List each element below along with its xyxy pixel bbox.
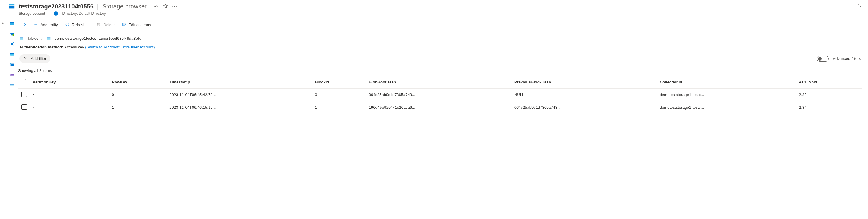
- refresh-button[interactable]: Refresh: [62, 21, 89, 29]
- storage-account-icon: [8, 3, 15, 10]
- breadcrumb-root[interactable]: Tables: [27, 36, 39, 41]
- auth-method-row: Authentication method: Access key (Switc…: [18, 44, 862, 53]
- cell-rowkey: 0: [110, 88, 167, 101]
- col-blockid[interactable]: BlockId: [312, 76, 366, 88]
- sidebar-item-overview[interactable]: [10, 21, 14, 26]
- chevron-right-icon: 〉: [41, 36, 44, 41]
- row-checkbox[interactable]: [22, 104, 27, 110]
- auth-method-value: Access key: [64, 45, 84, 49]
- row-checkbox[interactable]: [22, 92, 27, 97]
- svg-rect-17: [20, 38, 23, 39]
- svg-rect-3: [10, 24, 14, 25]
- title-separator: |: [97, 3, 99, 10]
- cell-collectionid: demoteststorage1-testc...: [657, 101, 797, 114]
- edit-columns-label: Edit columns: [129, 23, 151, 27]
- sidebar-item-tables[interactable]: [10, 82, 14, 87]
- pin-icon[interactable]: [154, 4, 159, 9]
- cell-previousblockhash: NULL: [512, 88, 657, 101]
- filter-icon: [24, 56, 28, 61]
- resource-type-label: Storage account: [19, 11, 45, 16]
- table-icon: [19, 36, 24, 41]
- cell-collectionid: demoteststorage1-testc...: [657, 88, 797, 101]
- cell-partitionkey: 4: [30, 88, 110, 101]
- more-actions-icon[interactable]: ···: [172, 4, 178, 9]
- table-row[interactable]: 4 0 2023-11-04T06:45:42.78... 0 064c25ab…: [18, 88, 862, 101]
- favorite-star-icon[interactable]: [163, 4, 168, 9]
- sidebar-item-fileshares[interactable]: [10, 62, 14, 67]
- svg-rect-14: [10, 85, 14, 86]
- svg-rect-13: [10, 85, 14, 85]
- svg-rect-15: [123, 23, 125, 26]
- add-entity-label: Add entity: [40, 23, 58, 27]
- resource-name: teststorage20231104t0556: [19, 3, 94, 10]
- cell-blockid: 1: [312, 101, 366, 114]
- cell-previousblockhash: 064c25ab9c1d7365a743...: [512, 101, 657, 114]
- page-title: Storage browser: [102, 3, 147, 10]
- directory-label: Directory: Default Directory: [62, 11, 105, 16]
- svg-rect-11: [10, 74, 11, 75]
- sidebar-nav: [6, 18, 18, 114]
- add-filter-label: Add filter: [31, 56, 46, 61]
- sidebar-item-favorites[interactable]: [10, 31, 14, 36]
- svg-rect-19: [47, 37, 51, 38]
- advanced-filters-toggle[interactable]: [817, 56, 829, 62]
- cell-acltxnid: 2.32: [797, 88, 862, 101]
- edit-columns-button[interactable]: Edit columns: [119, 21, 154, 29]
- cell-acltxnid: 2.34: [797, 101, 862, 114]
- cell-blobroothash: 064c25ab9c1d7365a743...: [366, 88, 512, 101]
- breadcrumb-current: demoteststorage1testcontainer1e5d680f49d…: [55, 36, 141, 41]
- add-entity-button[interactable]: Add entity: [31, 21, 61, 29]
- svg-rect-21: [47, 39, 51, 39]
- entities-table: PartitionKey RowKey Timestamp BlockId Bl…: [18, 76, 862, 114]
- svg-rect-20: [47, 38, 51, 39]
- col-acltxnid[interactable]: ACLTxnId: [797, 76, 862, 88]
- trash-icon: [97, 22, 101, 27]
- add-filter-button[interactable]: Add filter: [19, 54, 51, 63]
- columns-icon: [122, 22, 126, 27]
- plus-icon: [34, 22, 38, 27]
- table-row[interactable]: 4 1 2023-11-04T06:46:15.19... 1 196e45e9…: [18, 101, 862, 114]
- svg-rect-9: [10, 63, 11, 64]
- divider: [49, 11, 50, 16]
- sidebar-item-queues[interactable]: [10, 72, 14, 77]
- svg-point-4: [12, 34, 14, 36]
- svg-rect-7: [10, 53, 14, 54]
- breadcrumb: Tables 〉 demoteststorage1testcontainer1e…: [18, 32, 862, 44]
- svg-rect-1: [9, 6, 14, 8]
- col-partitionkey[interactable]: PartitionKey: [30, 76, 110, 88]
- advanced-filters-label: Advanced filters: [833, 56, 861, 61]
- refresh-icon: [65, 22, 69, 27]
- sidebar-item-containers[interactable]: [10, 52, 14, 57]
- command-bar: Add entity Refresh Delete Edit columns: [18, 18, 862, 32]
- cell-blobroothash: 196e45e925441c26aca6...: [366, 101, 512, 114]
- svg-rect-16: [20, 37, 23, 38]
- page-header: teststorage20231104t0556 | Storage brows…: [0, 0, 868, 18]
- col-previousblockhash[interactable]: PreviousBlockHash: [512, 76, 657, 88]
- svg-point-5: [11, 43, 13, 45]
- cell-timestamp: 2023-11-04T06:45:42.78...: [167, 88, 312, 101]
- svg-rect-0: [9, 4, 14, 6]
- cell-blockid: 0: [312, 88, 366, 101]
- col-collectionid[interactable]: CollectionId: [657, 76, 797, 88]
- sidebar-item-settings[interactable]: [10, 42, 14, 46]
- table-icon: [47, 36, 51, 41]
- expand-menu-handle[interactable]: »: [0, 18, 6, 114]
- switch-auth-link[interactable]: (Switch to Microsoft Entra user account): [85, 45, 155, 49]
- col-timestamp[interactable]: Timestamp: [167, 76, 312, 88]
- select-all-checkbox[interactable]: [21, 79, 26, 84]
- info-icon[interactable]: i: [54, 11, 58, 16]
- cell-partitionkey: 4: [30, 101, 110, 114]
- svg-rect-2: [10, 22, 14, 23]
- delete-button: Delete: [94, 21, 118, 29]
- cell-timestamp: 2023-11-04T06:46:15.19...: [167, 101, 312, 114]
- collapse-chevron-icon[interactable]: [21, 21, 30, 29]
- col-blobroothash[interactable]: BlobRootHash: [366, 76, 512, 88]
- item-count-text: Showing all 2 items: [18, 67, 862, 76]
- close-blade-button[interactable]: [857, 2, 863, 10]
- col-rowkey[interactable]: RowKey: [110, 76, 167, 88]
- svg-rect-18: [20, 39, 23, 39]
- svg-rect-12: [10, 84, 14, 85]
- delete-label: Delete: [103, 23, 115, 27]
- refresh-label: Refresh: [72, 23, 86, 27]
- cell-rowkey: 1: [110, 101, 167, 114]
